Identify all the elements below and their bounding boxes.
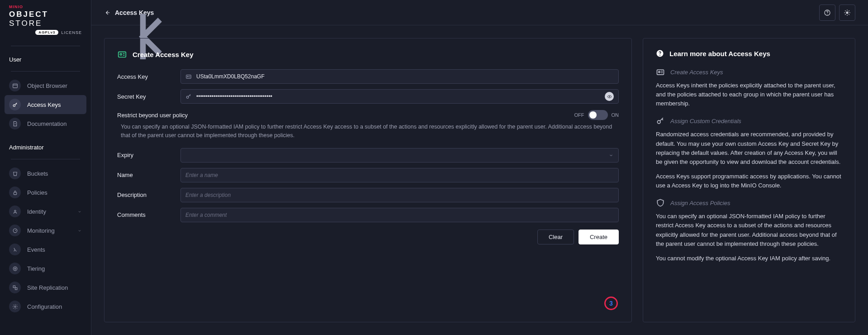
nav-label: Monitoring [27, 227, 55, 234]
sidebar-item-policies[interactable]: Policies [5, 183, 86, 202]
comments-label: Comments [117, 211, 180, 218]
sidebar-item-tiering[interactable]: Tiering [5, 259, 86, 278]
toggle-off-label: OFF [574, 112, 584, 118]
sidebar-item-identity[interactable]: Identity [5, 202, 86, 221]
card-title-text: Create Access Key [133, 51, 194, 58]
help-title: Learn more about Access Keys [669, 50, 770, 57]
restrict-description: You can specify an optional JSON-formatt… [117, 123, 619, 140]
create-button[interactable]: Create [579, 230, 619, 244]
chevron-down-icon [77, 209, 82, 215]
clear-button[interactable]: Clear [537, 230, 574, 244]
nav-label: Access Keys [27, 101, 61, 108]
logo-area: MINIO OBJECT STORE AGPLv3 LICENSE [0, 0, 91, 41]
section-user-header: User [5, 51, 86, 67]
secret-key-input[interactable] [196, 90, 600, 103]
replicate-icon [9, 282, 21, 293]
theme-toggle-button[interactable] [839, 5, 855, 21]
description-input[interactable] [185, 188, 614, 202]
sidebar-item-configuration[interactable]: Configuration [5, 297, 86, 316]
help-s2-body2: Access Keys support programmatic access … [656, 172, 842, 190]
bucket-icon [9, 168, 21, 179]
sidebar-item-site-replication[interactable]: Site Replication [5, 278, 86, 297]
sidebar-item-documentation[interactable]: Documentation [5, 114, 86, 133]
description-label: Description [117, 191, 180, 198]
eye-icon [607, 94, 612, 99]
access-key-label: Access Key [117, 73, 180, 80]
identity-icon [9, 206, 21, 217]
secret-key-input-wrap [180, 89, 619, 104]
nav-label: Configuration [27, 303, 62, 310]
expiry-label: Expiry [117, 152, 180, 158]
expiry-select-wrap[interactable] [180, 148, 619, 163]
collapse-sidebar-icon[interactable] [86, 3, 97, 14]
nav-label: Documentation [27, 120, 66, 127]
help-button[interactable] [819, 5, 835, 21]
sidebar-item-events[interactable]: Events [5, 240, 86, 259]
id-card-icon [656, 67, 665, 77]
nav-label: Identity [27, 208, 46, 215]
id-card-icon [117, 49, 127, 59]
help-card: Learn more about Access Keys Create Acce… [643, 38, 855, 322]
reveal-secret-button[interactable] [605, 92, 614, 101]
doc-icon [9, 118, 21, 129]
help-s3-body1: You can specify an optional JSON-formatt… [656, 212, 842, 249]
access-key-input-wrap [180, 69, 619, 84]
id-card-icon [185, 73, 192, 80]
chevron-down-icon [77, 228, 82, 234]
nav-label: Object Browser [27, 82, 67, 89]
sun-icon [844, 9, 851, 16]
key-icon [9, 99, 21, 110]
main-area: Access Keys Create Access Key Access Key… [91, 0, 868, 335]
help-s3-head: Assign Access Policies [670, 200, 730, 206]
help-filled-icon [656, 49, 664, 57]
browser-icon [9, 80, 21, 91]
help-s2-head: Assign Custom Credentials [670, 118, 741, 124]
sidebar-item-object-browser[interactable]: Object Browser [5, 76, 86, 95]
gear-icon [9, 301, 21, 312]
lambda-icon [9, 244, 21, 255]
brand-main: OBJECT STORE [9, 10, 82, 28]
nav-label: Events [27, 246, 45, 253]
comments-input[interactable] [185, 208, 614, 222]
restrict-label: Restrict beyond user policy [117, 112, 188, 119]
sidebar: MINIO OBJECT STORE AGPLv3 LICENSE User O… [0, 0, 91, 335]
expiry-select[interactable] [185, 148, 604, 162]
license-badge: AGPLv3 LICENSE [35, 30, 82, 35]
help-s2-body1: Randomized access credentials are recomm… [656, 130, 842, 167]
name-input[interactable] [185, 168, 614, 182]
chevron-down-icon [608, 153, 614, 158]
secret-key-label: Secret Key [117, 93, 180, 100]
nav-label: Tiering [27, 265, 45, 272]
key-icon [185, 93, 192, 100]
nav-label: Buckets [27, 170, 48, 177]
help-s1-head: Create Access Keys [670, 69, 723, 76]
nav-label: Policies [27, 189, 47, 196]
toggle-on-label: ON [612, 112, 619, 118]
key-icon [656, 116, 665, 125]
section-admin-header: Administrator [5, 139, 86, 154]
help-s3-body2: You cannot modify the optional Access Ke… [656, 254, 842, 263]
sidebar-item-monitoring[interactable]: Monitoring [5, 221, 86, 240]
nav-label: Site Replication [27, 284, 68, 291]
lock-icon [9, 187, 21, 198]
restrict-toggle[interactable] [588, 110, 608, 120]
create-access-key-card: Create Access Key Access Key Secret Key [104, 38, 632, 322]
help-s1-body: Access Keys inherit the policies explici… [656, 81, 842, 108]
sidebar-item-buckets[interactable]: Buckets [5, 164, 86, 183]
step-badge: 3 [604, 297, 618, 310]
name-label: Name [117, 172, 180, 178]
brand-minio: MINIO [9, 5, 82, 9]
help-icon [824, 9, 831, 16]
shield-icon [656, 198, 665, 207]
monitor-icon [9, 225, 21, 236]
access-key-input[interactable] [196, 70, 614, 83]
tier-icon [9, 263, 21, 274]
sidebar-item-access-keys[interactable]: Access Keys [5, 95, 86, 114]
